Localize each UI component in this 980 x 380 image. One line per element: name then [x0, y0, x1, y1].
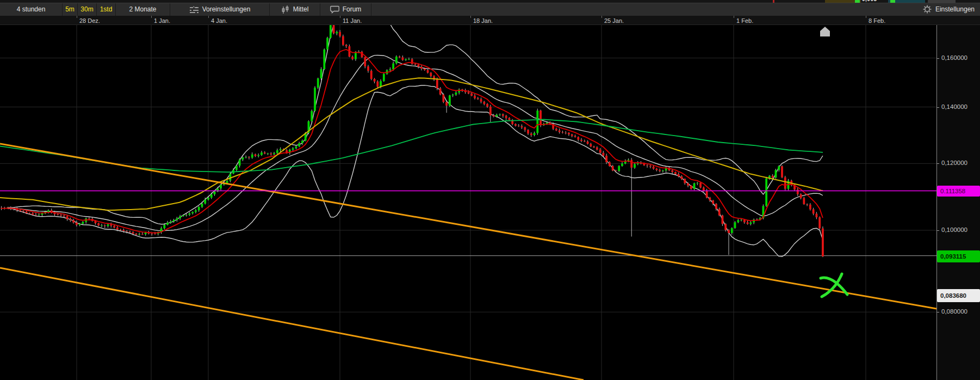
drawing-value-badge: 0,083680 [937, 289, 980, 302]
price-tick [937, 312, 939, 312]
date-axis-label: 1 Feb. [736, 17, 753, 24]
date-tick [866, 16, 866, 18]
green-ma-line [0, 120, 823, 173]
timeframe-button-5m[interactable]: 5m [63, 3, 78, 16]
sliders-icon [189, 6, 199, 14]
orange-trendline-upper[interactable] [0, 144, 936, 309]
forum-button[interactable]: Forum [320, 3, 371, 16]
einstellungen-button[interactable]: Einstellungen [923, 3, 975, 16]
price-axis-label: 0,120000 [941, 160, 967, 166]
date-axis[interactable]: 28 Dez.1 Jan.4 Jan.11 Jan.18 Jan.25 Jan.… [0, 16, 980, 25]
price-axis[interactable]: 0,1600000,1400000,1200000,1000000,080000… [936, 25, 980, 380]
date-axis-label: 28 Dez. [79, 17, 100, 24]
price-tick [937, 163, 939, 164]
date-tick [151, 16, 152, 18]
price-tick [937, 230, 939, 231]
price-tick [937, 58, 939, 59]
voreinstellungen-button[interactable]: Voreinstellungen [170, 3, 270, 16]
chart-toolbar: 4 stunden 5m 30m 1std 2 Monate Voreinste… [0, 3, 980, 16]
date-axis-label: 4 Jan. [211, 17, 227, 24]
price-chart[interactable] [0, 25, 936, 380]
green-x-annotation[interactable] [821, 274, 847, 297]
speech-bubble-icon [330, 5, 339, 14]
price-tick [937, 107, 939, 108]
timeframe-button-4h[interactable]: 4 stunden [0, 3, 63, 16]
price-axis-label: 0,100000 [941, 226, 967, 233]
date-axis-label: 8 Feb. [869, 17, 885, 24]
range-button-2-monate[interactable]: 2 Monate [116, 3, 170, 16]
date-axis-label: 11 Jan. [343, 17, 362, 24]
timeframe-5m-label: 5m [65, 5, 75, 13]
magenta-line-badge: 0.111358 [937, 186, 980, 197]
date-tick [340, 16, 340, 18]
trading-app-window: { "top_strip": { "ticker_value": "0,005"… [0, 0, 980, 380]
orange-trendline-lower[interactable] [0, 268, 584, 380]
mittel-label: Mittel [293, 5, 309, 13]
range-2-monate-label: 2 Monate [129, 5, 156, 13]
date-axis-label: 1 Jan. [154, 17, 170, 24]
ticker-value: 0,005 [862, 0, 877, 2]
gear-icon [923, 5, 932, 14]
pentagon-marker[interactable] [820, 27, 830, 36]
timeframe-button-30m[interactable]: 30m [78, 3, 97, 16]
date-axis-label: 18 Jan. [473, 17, 493, 24]
date-tick [734, 16, 734, 18]
chart-plot-area[interactable] [0, 25, 936, 380]
bollinger-bands [8, 25, 823, 256]
date-tick [77, 16, 77, 18]
candlestick-icon [281, 5, 290, 14]
price-axis-label: 0,140000 [941, 103, 967, 110]
red-ema-line [2, 50, 823, 233]
price-axis-label: 0,160000 [941, 54, 967, 61]
einstellungen-label: Einstellungen [935, 5, 975, 13]
voreinstellungen-label: Voreinstellungen [202, 5, 251, 13]
timeframe-1std-label: 1std [100, 5, 113, 13]
mittel-button[interactable]: Mittel [270, 3, 320, 16]
timeframe-30m-label: 30m [80, 5, 93, 13]
candles-layer [1, 25, 824, 257]
timeframe-4h-label: 4 stunden [17, 5, 46, 13]
horizontal-gridlines [0, 58, 936, 312]
price-axis-label: 0,080000 [941, 308, 967, 315]
date-tick [208, 16, 209, 18]
date-axis-label: 25 Jan. [604, 17, 624, 24]
forum-label: Forum [343, 5, 362, 13]
date-tick [470, 16, 471, 18]
last-price-badge: 0,093115 [937, 250, 980, 262]
vertical-gridlines [77, 25, 866, 380]
date-tick [601, 16, 602, 18]
timeframe-button-1std[interactable]: 1std [97, 3, 116, 16]
